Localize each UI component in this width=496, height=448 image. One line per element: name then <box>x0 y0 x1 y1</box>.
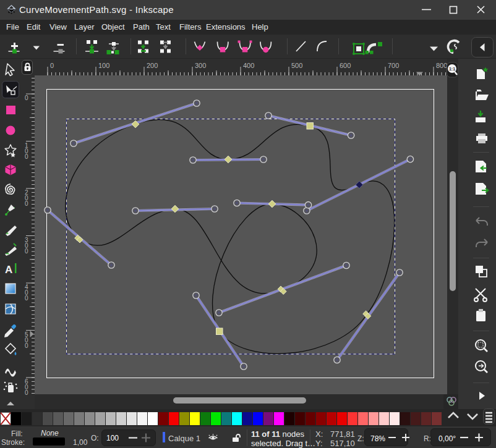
svg-text:400: 400 <box>243 62 254 69</box>
svg-text:600: 600 <box>340 62 351 69</box>
svg-text:0: 0 <box>25 295 28 302</box>
svg-text:100: 100 <box>98 62 109 69</box>
svg-text:0: 0 <box>25 342 28 349</box>
svg-text:300: 300 <box>195 62 206 69</box>
svg-text:0: 0 <box>25 248 28 255</box>
svg-text:0: 0 <box>25 95 28 101</box>
svg-text:0: 0 <box>25 153 28 160</box>
svg-text:A: A <box>5 264 12 276</box>
svg-text:0: 0 <box>25 200 28 207</box>
svg-text:1:1: 1:1 <box>449 67 455 71</box>
svg-text:700: 700 <box>388 62 399 69</box>
svg-text:200: 200 <box>147 62 158 69</box>
svg-text:500: 500 <box>291 62 302 69</box>
svg-text:800: 800 <box>436 62 447 69</box>
svg-text:0: 0 <box>50 62 54 69</box>
svg-text:0: 0 <box>25 389 28 396</box>
